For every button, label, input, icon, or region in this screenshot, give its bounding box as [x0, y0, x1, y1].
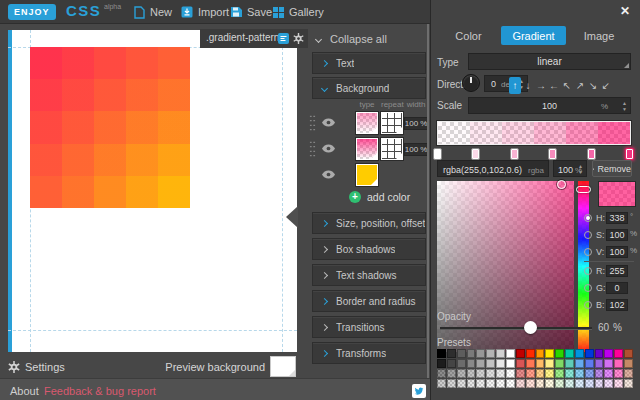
preset-swatch[interactable] [614, 379, 623, 388]
preset-swatch[interactable] [486, 379, 495, 388]
spinner-arrows-icon[interactable] [578, 163, 583, 175]
preset-swatch[interactable] [565, 369, 574, 378]
preset-swatch[interactable] [526, 369, 535, 378]
layer-gradient-swatch[interactable] [356, 112, 378, 134]
preset-swatch[interactable] [437, 359, 446, 368]
s-value-input[interactable]: 100 [606, 229, 628, 241]
tab-color[interactable]: Color [437, 26, 500, 45]
stop-opacity-input[interactable]: 100 % [553, 160, 587, 177]
preset-swatch[interactable] [555, 369, 564, 378]
panel-section-transitions[interactable]: Transitions [312, 316, 426, 338]
gradient-stop-handle[interactable] [433, 148, 442, 160]
preset-swatch[interactable] [555, 379, 564, 388]
r-value-input[interactable]: 255 [606, 265, 628, 277]
preset-swatch[interactable] [447, 349, 456, 358]
preset-swatch[interactable] [595, 359, 604, 368]
preset-swatch[interactable] [536, 349, 545, 358]
radio-g[interactable] [584, 284, 592, 292]
preset-swatch[interactable] [545, 349, 554, 358]
layer-delete-icon[interactable] [339, 114, 351, 128]
preset-swatch[interactable] [604, 379, 613, 388]
panel-section-transforms[interactable]: Transforms [312, 342, 426, 364]
panel-section-background[interactable]: Background [312, 77, 426, 99]
preset-swatch[interactable] [595, 379, 604, 388]
direction-knob[interactable] [462, 74, 480, 92]
preset-swatch[interactable] [496, 359, 505, 368]
gradient-stop-handle[interactable] [625, 148, 634, 160]
stop-color-input[interactable]: rgba(255,0,102,0.6) rgba [437, 160, 549, 177]
preset-swatch[interactable] [604, 369, 613, 378]
layer-delete-icon[interactable] [339, 166, 351, 180]
preset-swatch[interactable] [624, 379, 633, 388]
preset-swatch[interactable] [516, 359, 525, 368]
preset-swatch[interactable] [496, 379, 505, 388]
preset-swatch[interactable] [545, 379, 554, 388]
preset-swatch[interactable] [437, 379, 446, 388]
settings-label[interactable]: Settings [25, 361, 65, 373]
b-value-input[interactable]: 102 [606, 299, 628, 311]
preset-swatch[interactable] [476, 379, 485, 388]
preset-swatch[interactable] [545, 359, 554, 368]
close-icon[interactable]: ✕ [620, 4, 630, 18]
code-view-icon[interactable] [278, 33, 289, 44]
preset-swatch[interactable] [545, 369, 554, 378]
canvas-left-edge-handle[interactable] [8, 30, 12, 352]
collapse-all-button[interactable]: Collapse all [316, 33, 387, 45]
gradient-type-select[interactable]: linear [468, 53, 631, 70]
preset-swatch[interactable] [595, 349, 604, 358]
spinner-arrows-icon[interactable] [622, 100, 627, 112]
layer-width-input[interactable]: 100% [404, 143, 428, 156]
preset-swatch[interactable] [585, 359, 594, 368]
direction-arrow-button[interactable]: ↘ [587, 77, 599, 94]
gallery-button[interactable]: Gallery [273, 4, 324, 20]
preset-swatch[interactable] [437, 349, 446, 358]
preset-swatch[interactable] [486, 349, 495, 358]
layer-drag-handle[interactable] [309, 140, 316, 158]
gradient-stop-handle[interactable] [471, 148, 480, 160]
element-settings-gear-icon[interactable] [293, 33, 304, 44]
preset-swatch[interactable] [486, 359, 495, 368]
preview-background-swatch[interactable] [270, 356, 296, 377]
preset-swatch[interactable] [526, 379, 535, 388]
preset-swatch[interactable] [467, 359, 476, 368]
panel-section-text-shadows[interactable]: Text shadows [312, 264, 426, 286]
preset-swatch[interactable] [476, 369, 485, 378]
h-value-input[interactable]: 338 [606, 212, 628, 224]
preset-swatch[interactable] [467, 349, 476, 358]
preset-swatch[interactable] [447, 369, 456, 378]
panel-section-box-shadows[interactable]: Box shadows [312, 238, 426, 260]
settings-gear-icon[interactable] [8, 361, 20, 373]
preset-swatch[interactable] [614, 369, 623, 378]
preset-swatch[interactable] [585, 369, 594, 378]
preset-swatch[interactable] [516, 349, 525, 358]
layer-gradient-swatch[interactable] [356, 138, 378, 160]
layer-repeat-swatch[interactable] [381, 112, 403, 134]
direction-arrow-button[interactable]: ↓ [522, 77, 534, 94]
import-button[interactable]: Import [181, 4, 229, 20]
preset-swatch[interactable] [614, 349, 623, 358]
gradient-stop-handle[interactable] [510, 148, 519, 160]
gradient-stop-handle[interactable] [587, 148, 596, 160]
preset-swatch[interactable] [565, 379, 574, 388]
preset-swatch[interactable] [565, 359, 574, 368]
layer-visibility-eye-icon[interactable] [322, 118, 335, 127]
preset-swatch[interactable] [467, 369, 476, 378]
preset-swatch[interactable] [447, 379, 456, 388]
panel-section-text[interactable]: Text [312, 52, 426, 74]
preset-swatch[interactable] [447, 359, 456, 368]
preset-swatch[interactable] [457, 359, 466, 368]
radio-h[interactable] [584, 214, 592, 222]
preset-swatch[interactable] [496, 369, 505, 378]
preset-swatch[interactable] [526, 359, 535, 368]
layer-drag-handle[interactable] [309, 114, 316, 132]
tab-image[interactable]: Image [567, 26, 631, 45]
preset-swatch[interactable] [624, 349, 633, 358]
preset-swatch[interactable] [457, 349, 466, 358]
direction-arrow-button[interactable]: → [535, 77, 547, 94]
preset-swatch[interactable] [555, 349, 564, 358]
scale-input[interactable]: 100 % [468, 97, 631, 114]
layer-visibility-eye-icon[interactable] [322, 170, 335, 179]
panel-section-size-position-offset[interactable]: Size, position, offset [312, 212, 426, 234]
element-name-tab[interactable]: .gradient-pattern [200, 29, 308, 48]
preset-swatch[interactable] [476, 359, 485, 368]
